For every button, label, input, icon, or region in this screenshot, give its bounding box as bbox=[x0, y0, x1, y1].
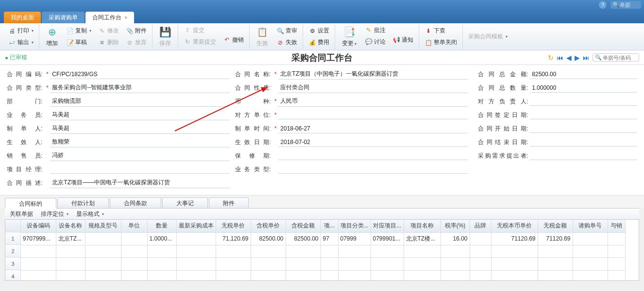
creator-field[interactable]: 马美超 bbox=[50, 123, 230, 134]
col-equip-code[interactable]: 设备编码 bbox=[21, 220, 56, 232]
eff-person-field[interactable]: 敖顺荣 bbox=[50, 137, 230, 147]
seller-label: 销 售 员 bbox=[7, 152, 41, 160]
row-num[interactable]: 3 bbox=[5, 258, 20, 270]
col-proj-map[interactable]: 对应项目... bbox=[371, 220, 404, 232]
col-proj-class[interactable]: 项目分类... bbox=[338, 220, 371, 232]
dtab-events[interactable]: 大事记 bbox=[162, 197, 208, 208]
sort-button[interactable]: 排序定位▾ bbox=[41, 210, 68, 218]
code-field[interactable]: CF/PC/18239/GS bbox=[50, 70, 230, 79]
form-area: 合同编码:*CF/PC/18239/GS 合同类型:*服务采购合同--智能建筑事… bbox=[0, 65, 644, 195]
last-button[interactable]: ⏭ bbox=[583, 54, 590, 62]
tab-contract-workbench[interactable]: 合同工作台× bbox=[85, 12, 134, 23]
fee-button[interactable]: 💰费用 bbox=[306, 37, 332, 48]
next-button[interactable]: ▶ bbox=[575, 54, 580, 62]
notify-button[interactable]: 📢通知 bbox=[390, 34, 416, 46]
dtab-payment[interactable]: 付款计划 bbox=[57, 197, 109, 208]
revoke-button[interactable]: ↶撤销 bbox=[220, 34, 246, 46]
col-sale[interactable]: 与销 bbox=[608, 220, 625, 232]
table-row[interactable] bbox=[21, 245, 625, 258]
format-button[interactable]: 显示格式▾ bbox=[76, 210, 104, 218]
table-row[interactable] bbox=[21, 258, 625, 270]
row-num[interactable]: 2 bbox=[5, 245, 20, 258]
total-field[interactable]: 82500.00 bbox=[530, 70, 637, 79]
party-field[interactable] bbox=[278, 111, 468, 119]
qty-field[interactable]: 1.000000 bbox=[530, 83, 637, 93]
submit-button[interactable]: ⇪提交 bbox=[181, 25, 219, 36]
desc-field[interactable]: 北京TZ项目——中国电子一氧化碳探测器订货 bbox=[50, 178, 230, 188]
note-button[interactable]: ✎批注 bbox=[362, 25, 388, 36]
col-spec[interactable]: 规格及型号 bbox=[85, 220, 121, 232]
prev-button[interactable]: ◀ bbox=[566, 54, 572, 62]
change-button[interactable]: 📑变更▾ bbox=[338, 25, 360, 48]
add-button[interactable]: ⊕增加 bbox=[42, 25, 62, 48]
setting-button[interactable]: ⚙设置 bbox=[306, 25, 332, 36]
help-icon[interactable]: ? bbox=[599, 1, 607, 9]
invalid-button[interactable]: ⊘失效 bbox=[274, 37, 300, 48]
draft-button[interactable]: 📝草稿 bbox=[64, 37, 94, 48]
type-field[interactable]: 服务采购合同--智能建筑事业部 bbox=[50, 82, 230, 93]
dtab-attach[interactable]: 附件 bbox=[209, 197, 249, 208]
dtab-terms[interactable]: 合同条款 bbox=[110, 197, 161, 208]
close-icon[interactable]: × bbox=[124, 12, 127, 23]
dtab-subject[interactable]: 合同标的 bbox=[5, 198, 56, 209]
record-search[interactable]: 🔍 bbox=[593, 53, 639, 62]
start-date-field[interactable] bbox=[530, 124, 637, 133]
review-button[interactable]: 🔍查审 bbox=[274, 25, 300, 36]
attach-button[interactable]: 📎附件 bbox=[123, 25, 149, 36]
seller-field[interactable]: 冯娇 bbox=[50, 150, 230, 161]
copy-button[interactable]: 📄复制▾ bbox=[64, 25, 94, 36]
warranty-field[interactable] bbox=[278, 151, 468, 160]
name-field[interactable]: 北京TZ项目（中国电子）一氧化碳探测器订货 bbox=[278, 69, 468, 80]
col-qty[interactable]: 数量 bbox=[147, 220, 176, 232]
clerk-field[interactable]: 马美超 bbox=[50, 110, 230, 120]
end-date-field[interactable] bbox=[530, 138, 637, 146]
record-search-input[interactable] bbox=[603, 55, 637, 61]
nature-field[interactable]: 应付类合同 bbox=[278, 82, 468, 93]
col-notax-amount[interactable]: 无税金额 bbox=[538, 220, 573, 232]
eff-date-field[interactable]: 2018-07-02 bbox=[278, 138, 468, 147]
output-button[interactable]: ⮐输出▾ bbox=[6, 37, 36, 48]
col-tax-rate[interactable]: 税率(%) bbox=[441, 220, 470, 232]
down-query-button[interactable]: ⬇下查 bbox=[422, 25, 459, 36]
save-button[interactable]: 💾保存 bbox=[155, 25, 175, 48]
table-row[interactable]: 9707999...北京TZ... 1.0000...71,120.698250… bbox=[21, 232, 625, 245]
col-tax-amount[interactable]: 含税金额 bbox=[286, 220, 321, 232]
col-proj[interactable]: 项... bbox=[321, 220, 338, 232]
first-button[interactable]: ⏮ bbox=[557, 54, 563, 62]
currency-field[interactable]: 人民币 bbox=[278, 96, 468, 107]
col-equip-name[interactable]: 设备名称 bbox=[56, 220, 85, 232]
abandon-button[interactable]: ⊘放弃 bbox=[123, 37, 149, 48]
dept-field[interactable]: 采购物流部 bbox=[50, 96, 230, 107]
pm-field[interactable] bbox=[50, 165, 230, 174]
col-latest-cost[interactable]: 最新采购成本 bbox=[176, 220, 216, 232]
close-all-button[interactable]: 📋整单关闭 bbox=[422, 37, 459, 48]
col-notax-price[interactable]: 无税单价 bbox=[216, 220, 251, 232]
global-search[interactable]: 🔍 bbox=[610, 1, 641, 9]
template-button[interactable]: 采购合同模板▾ bbox=[466, 31, 510, 42]
demander-field[interactable] bbox=[530, 151, 637, 160]
discuss-button[interactable]: 💬讨论 bbox=[362, 36, 388, 48]
col-unit[interactable]: 单位 bbox=[121, 220, 147, 232]
col-req-no[interactable]: 请购单号 bbox=[573, 220, 608, 232]
tab-home[interactable]: 我的桌面 bbox=[4, 12, 41, 23]
tab-requisition[interactable]: 采购请购单 bbox=[42, 12, 85, 23]
refresh-button[interactable]: ↻ bbox=[548, 54, 554, 62]
col-notax-local[interactable]: 无税本币单价 bbox=[491, 220, 538, 232]
contact-field[interactable] bbox=[530, 97, 637, 106]
print-button[interactable]: 🖨打印▾ bbox=[6, 25, 36, 36]
col-proj-name[interactable]: 项目名称 bbox=[404, 220, 441, 232]
col-brand[interactable]: 品牌 bbox=[470, 220, 491, 232]
make-date-field[interactable]: 2018-06-27 bbox=[278, 124, 468, 133]
row-num[interactable]: 1 bbox=[5, 232, 20, 245]
edit-button[interactable]: ✎修改 bbox=[96, 25, 121, 36]
table-row[interactable] bbox=[21, 270, 625, 280]
effect-button[interactable]: 📋生效 bbox=[253, 25, 272, 48]
row-num[interactable]: 4 bbox=[5, 270, 20, 281]
global-search-input[interactable] bbox=[620, 2, 639, 8]
biz-type-field[interactable] bbox=[278, 165, 468, 174]
col-tax-price[interactable]: 含税单价 bbox=[251, 220, 286, 232]
link-bill-button[interactable]: 关联单据 bbox=[10, 210, 33, 218]
delete-button[interactable]: ✖删除 bbox=[96, 37, 121, 48]
sign-date-field[interactable] bbox=[530, 111, 637, 119]
resubmit-button[interactable]: ↻重新提交 bbox=[181, 36, 219, 48]
